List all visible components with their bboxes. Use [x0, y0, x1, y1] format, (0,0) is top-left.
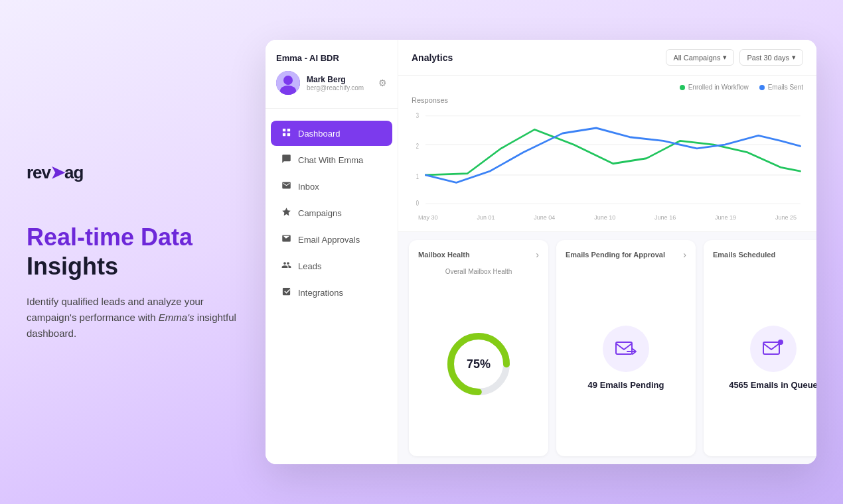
sidebar-title: Emma - AI BDR	[276, 53, 387, 63]
sidebar-item-campaigns-label: Campaigns	[298, 208, 342, 218]
chevron-down-icon: ▾	[723, 53, 727, 62]
chart-container: 3 2 1 0	[412, 107, 803, 213]
pending-card-header: Emails Pending for Approval ›	[566, 249, 686, 260]
campaigns-filter-btn[interactable]: All Campaigns ▾	[666, 49, 734, 66]
svg-text:0: 0	[416, 199, 419, 206]
mailbox-card-arrow[interactable]: ›	[536, 249, 539, 260]
scheduled-card-header: Emails Scheduled ›	[713, 249, 816, 260]
cards-section: Mailbox Health › Overall Mailbox Health	[398, 232, 816, 464]
mailbox-subtitle: Overall Mailbox Health	[418, 268, 539, 275]
chart-x-labels: May 30 Jun 01 June 04 June 10 June 16 Ju…	[412, 214, 803, 221]
logo-arrow: ➤	[50, 162, 64, 183]
legend-emails-sent: Emails Sent	[759, 84, 803, 91]
email-scheduled-icon-circle	[750, 326, 797, 372]
sidebar-item-leads[interactable]: Leads	[271, 253, 392, 279]
nav-list: Dashboard Chat With Emma Inbox	[266, 109, 398, 317]
sidebar-item-inbox[interactable]: Inbox	[271, 174, 392, 199]
responses-label: Responses	[412, 96, 803, 104]
avatar	[276, 71, 300, 95]
dashboard-icon	[281, 127, 291, 139]
sidebar-item-leads-label: Leads	[298, 261, 321, 271]
pending-stat: 49 Emails Pending	[588, 380, 664, 390]
inbox-icon	[281, 180, 291, 192]
analytics-title: Analytics	[412, 52, 453, 63]
hero-subtext: Identify qualified leads and analyze you…	[27, 294, 239, 342]
svg-point-1	[283, 76, 293, 85]
sidebar-item-integrations[interactable]: Integrations	[271, 280, 392, 305]
donut-wrapper: 75%	[418, 281, 539, 447]
sidebar-item-dashboard-label: Dashboard	[298, 129, 341, 139]
headline-purple: Real-time Data	[27, 223, 192, 251]
svg-text:1: 1	[416, 172, 419, 180]
mailbox-card-title: Mailbox Health	[418, 251, 470, 259]
donut-label: 75%	[467, 357, 491, 371]
svg-text:3: 3	[416, 112, 419, 119]
scheduled-stat: 4565 Emails in Queue	[729, 380, 816, 390]
legend-enrolled: Enrolled in Workflow	[680, 84, 749, 91]
campaigns-icon	[281, 207, 291, 219]
svg-rect-19	[763, 342, 779, 354]
legend-dot-sent	[759, 85, 765, 90]
chat-icon	[281, 154, 291, 166]
sidebar-item-integrations-label: Integrations	[298, 288, 343, 298]
sidebar-item-dashboard[interactable]: Dashboard	[271, 121, 392, 146]
svg-text:2: 2	[416, 143, 419, 150]
sidebar-item-chat[interactable]: Chat With Emma	[271, 147, 392, 172]
user-email: berg@reachify.com	[307, 84, 372, 92]
pending-card-arrow[interactable]: ›	[683, 249, 686, 260]
pending-card-body: 49 Emails Pending	[566, 268, 686, 447]
gear-icon[interactable]: ⚙	[378, 78, 387, 88]
svg-rect-5	[283, 133, 285, 136]
emails-scheduled-card: Emails Scheduled ›	[704, 240, 816, 456]
sidebar-item-campaigns[interactable]: Campaigns	[271, 200, 392, 225]
svg-rect-3	[283, 129, 285, 131]
svg-rect-4	[287, 129, 290, 131]
app-window: Emma - AI BDR Mark Berg berg@reachify.co…	[266, 40, 816, 464]
header-filters: All Campaigns ▾ Past 30 days ▾	[666, 49, 803, 66]
period-filter-btn[interactable]: Past 30 days ▾	[739, 49, 803, 66]
pending-card-title: Emails Pending for Approval	[566, 251, 665, 259]
user-row: Mark Berg berg@reachify.com ⚙	[276, 71, 387, 95]
chevron-down-icon-2: ▾	[792, 53, 796, 62]
chart-legend: Enrolled in Workflow Emails Sent	[412, 84, 803, 91]
user-info: Mark Berg berg@reachify.com	[307, 75, 372, 92]
logo: rev➤ag	[27, 162, 239, 183]
scheduled-card-body: 4565 Emails in Queue	[713, 268, 816, 447]
sidebar-item-email-approvals-label: Email Approvals	[298, 235, 360, 245]
analytics-header: Analytics All Campaigns ▾ Past 30 days ▾	[398, 40, 816, 76]
integrations-icon	[281, 286, 291, 298]
svg-rect-6	[287, 133, 290, 136]
mailbox-health-card: Mailbox Health › Overall Mailbox Health	[409, 240, 548, 456]
mailbox-card-header: Mailbox Health ›	[418, 249, 539, 260]
leads-icon	[281, 260, 291, 272]
email-approvals-icon	[281, 233, 291, 245]
svg-rect-17	[616, 342, 632, 354]
headline-black: Insights	[27, 253, 118, 280]
svg-point-20	[778, 340, 783, 345]
page-wrapper: rev➤ag Real-time Data Insights Identify …	[0, 0, 843, 504]
sidebar-item-chat-label: Chat With Emma	[298, 155, 363, 165]
user-name: Mark Berg	[307, 75, 372, 84]
sidebar-item-email-approvals[interactable]: Email Approvals	[271, 227, 392, 252]
sidebar: Emma - AI BDR Mark Berg berg@reachify.co…	[266, 40, 398, 464]
main-content: Analytics All Campaigns ▾ Past 30 days ▾	[398, 40, 816, 464]
headline: Real-time Data Insights	[27, 223, 239, 280]
email-pending-icon-circle	[603, 326, 649, 372]
scheduled-card-title: Emails Scheduled	[713, 251, 775, 259]
sidebar-header: Emma - AI BDR Mark Berg berg@reachify.co…	[266, 53, 398, 109]
sidebar-item-inbox-label: Inbox	[298, 182, 319, 192]
legend-dot-enrolled	[680, 85, 685, 90]
left-panel: rev➤ag Real-time Data Insights Identify …	[27, 162, 266, 341]
donut-container: 75%	[442, 328, 515, 401]
emails-pending-card: Emails Pending for Approval ›	[556, 240, 696, 456]
chart-area: Enrolled in Workflow Emails Sent Respons…	[398, 76, 816, 232]
